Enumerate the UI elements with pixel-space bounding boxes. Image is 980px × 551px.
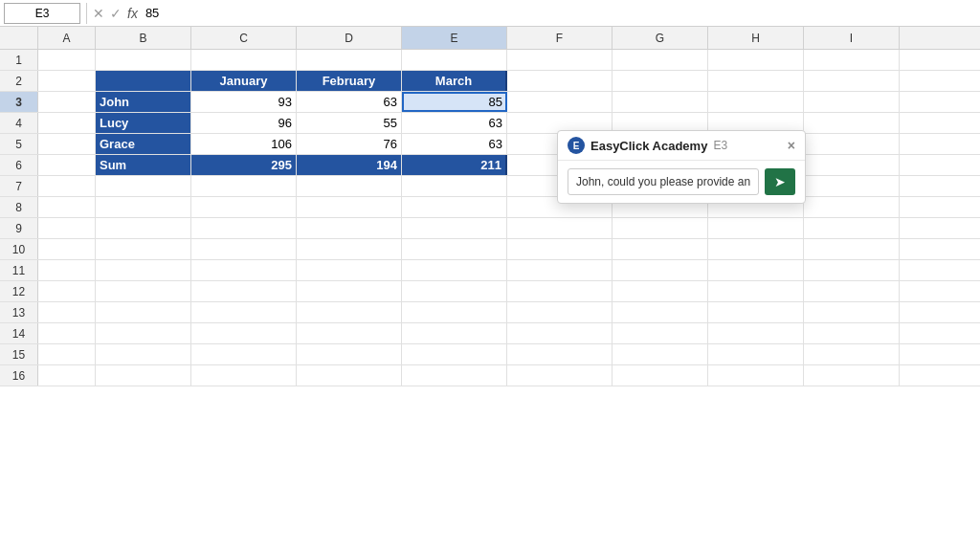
- cell-c3[interactable]: 93: [191, 92, 297, 112]
- cell-b12[interactable]: [96, 281, 191, 301]
- cell-g10[interactable]: [612, 239, 708, 259]
- cell-a7[interactable]: [38, 176, 96, 196]
- cell-h15[interactable]: [708, 344, 804, 364]
- cell-e8[interactable]: [402, 197, 507, 217]
- cell-d4[interactable]: 55: [297, 113, 402, 133]
- col-header-f[interactable]: F: [507, 27, 612, 49]
- cell-a16[interactable]: [38, 365, 96, 386]
- name-box[interactable]: [4, 3, 80, 24]
- cell-b14[interactable]: [96, 323, 191, 343]
- cell-b15[interactable]: [96, 344, 191, 364]
- popup-message-input[interactable]: [568, 168, 759, 195]
- cell-e6[interactable]: 211: [402, 155, 507, 175]
- cell-c11[interactable]: [191, 260, 297, 280]
- cell-d16[interactable]: [297, 365, 402, 386]
- cell-f11[interactable]: [507, 260, 612, 280]
- confirm-icon[interactable]: ✓: [110, 6, 122, 21]
- cell-h10[interactable]: [708, 239, 804, 259]
- cell-e15[interactable]: [402, 344, 507, 364]
- cell-g16[interactable]: [612, 365, 708, 386]
- cell-i7[interactable]: [804, 176, 900, 196]
- col-header-d[interactable]: D: [297, 27, 402, 49]
- cell-c2[interactable]: January: [191, 71, 297, 91]
- cell-d1[interactable]: [297, 50, 402, 70]
- cell-e5[interactable]: 63: [402, 134, 507, 154]
- cell-d10[interactable]: [297, 239, 402, 259]
- cell-d8[interactable]: [297, 197, 402, 217]
- cell-a14[interactable]: [38, 323, 96, 343]
- cell-a2[interactable]: [38, 71, 96, 91]
- cell-b10[interactable]: [96, 239, 191, 259]
- cell-f9[interactable]: [507, 218, 612, 238]
- cell-g13[interactable]: [612, 302, 708, 322]
- cell-f3[interactable]: [507, 92, 612, 112]
- cell-b8[interactable]: [96, 197, 191, 217]
- cell-c9[interactable]: [191, 218, 297, 238]
- cell-c15[interactable]: [191, 344, 297, 364]
- cell-g11[interactable]: [612, 260, 708, 280]
- cell-d6[interactable]: 194: [297, 155, 402, 175]
- cell-i3[interactable]: [804, 92, 900, 112]
- cell-i12[interactable]: [804, 281, 900, 301]
- cell-e16[interactable]: [402, 365, 507, 386]
- cell-a13[interactable]: [38, 302, 96, 322]
- cell-h14[interactable]: [708, 323, 804, 343]
- cell-i5[interactable]: [804, 134, 900, 154]
- cell-h1[interactable]: [708, 50, 804, 70]
- cell-a8[interactable]: [38, 197, 96, 217]
- col-header-c[interactable]: C: [191, 27, 297, 49]
- cell-b2[interactable]: [96, 71, 191, 91]
- cell-i11[interactable]: [804, 260, 900, 280]
- cell-i1[interactable]: [804, 50, 900, 70]
- cell-a11[interactable]: [38, 260, 96, 280]
- cell-c7[interactable]: [191, 176, 297, 196]
- cell-c12[interactable]: [191, 281, 297, 301]
- cell-e12[interactable]: [402, 281, 507, 301]
- cell-a4[interactable]: [38, 113, 96, 133]
- cell-g9[interactable]: [612, 218, 708, 238]
- cell-b6[interactable]: Sum: [96, 155, 191, 175]
- cell-c13[interactable]: [191, 302, 297, 322]
- col-header-g[interactable]: G: [612, 27, 708, 49]
- col-header-i[interactable]: I: [804, 27, 900, 49]
- cell-h3[interactable]: [708, 92, 804, 112]
- cell-e13[interactable]: [402, 302, 507, 322]
- cell-d13[interactable]: [297, 302, 402, 322]
- cell-d14[interactable]: [297, 323, 402, 343]
- cell-d9[interactable]: [297, 218, 402, 238]
- cell-b13[interactable]: [96, 302, 191, 322]
- formula-input[interactable]: [142, 3, 976, 24]
- cell-e2[interactable]: March: [402, 71, 507, 91]
- cell-a5[interactable]: [38, 134, 96, 154]
- cell-g2[interactable]: [612, 71, 708, 91]
- cell-c14[interactable]: [191, 323, 297, 343]
- cell-g12[interactable]: [612, 281, 708, 301]
- cell-i9[interactable]: [804, 218, 900, 238]
- cell-d5[interactable]: 76: [297, 134, 402, 154]
- col-header-a[interactable]: A: [38, 27, 96, 49]
- cell-i14[interactable]: [804, 323, 900, 343]
- cell-b11[interactable]: [96, 260, 191, 280]
- cell-f2[interactable]: [507, 71, 612, 91]
- cell-a9[interactable]: [38, 218, 96, 238]
- cell-a15[interactable]: [38, 344, 96, 364]
- cell-i6[interactable]: [804, 155, 900, 175]
- close-icon[interactable]: ×: [788, 139, 795, 152]
- cell-d2[interactable]: February: [297, 71, 402, 91]
- cell-d15[interactable]: [297, 344, 402, 364]
- cell-i8[interactable]: [804, 197, 900, 217]
- cell-g3[interactable]: [612, 92, 708, 112]
- cell-c16[interactable]: [191, 365, 297, 386]
- cell-e3[interactable]: 85: [402, 92, 507, 112]
- cell-e11[interactable]: [402, 260, 507, 280]
- cell-b4[interactable]: Lucy: [96, 113, 191, 133]
- cancel-icon[interactable]: ✕: [93, 6, 104, 21]
- col-header-h[interactable]: H: [708, 27, 804, 49]
- cell-e10[interactable]: [402, 239, 507, 259]
- cell-f14[interactable]: [507, 323, 612, 343]
- cell-c8[interactable]: [191, 197, 297, 217]
- col-header-e[interactable]: E: [402, 27, 507, 49]
- cell-b9[interactable]: [96, 218, 191, 238]
- cell-i2[interactable]: [804, 71, 900, 91]
- cell-a10[interactable]: [38, 239, 96, 259]
